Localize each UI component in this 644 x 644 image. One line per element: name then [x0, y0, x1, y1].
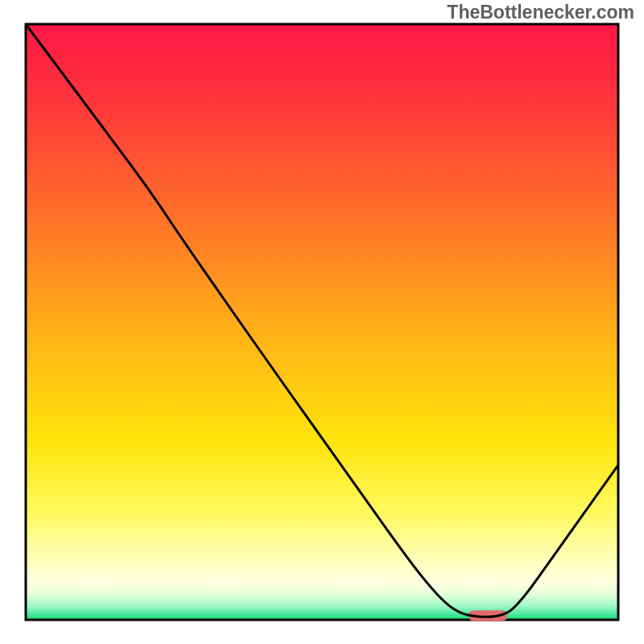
attribution-text: TheBottlenecker.com — [447, 2, 634, 23]
chart-background-gradient — [26, 24, 618, 620]
bottleneck-chart — [0, 0, 644, 644]
